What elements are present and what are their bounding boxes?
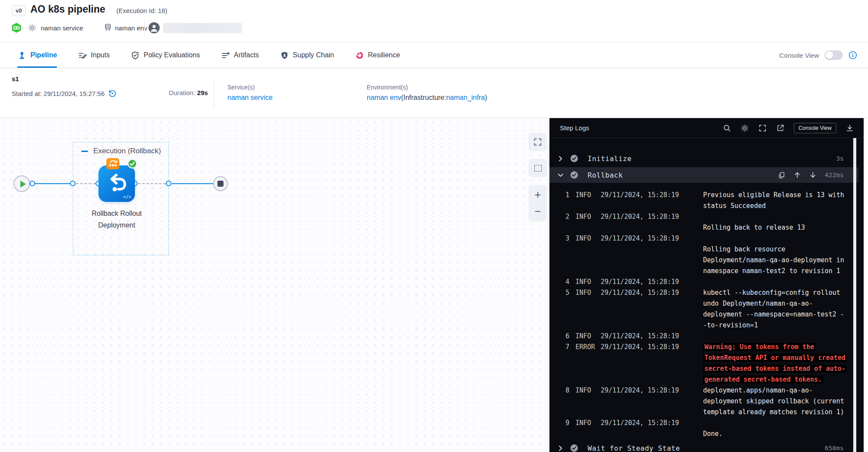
duration-value: 29s — [197, 89, 208, 96]
pipeline-execution-page: v0 AO k8s pipeline (Execution Id: 18) na… — [0, 0, 868, 452]
infrastructure-prefix: (Infrastructure: — [401, 94, 446, 101]
play-icon — [20, 181, 26, 188]
execution-subheader: naman service naman env — [0, 21, 868, 36]
section-duration: 658ms — [825, 445, 844, 452]
environment-icon — [103, 23, 112, 32]
edge-group-to-end — [172, 183, 213, 184]
zoom-in-button[interactable]: + — [529, 188, 547, 201]
open-in-new-icon[interactable] — [776, 124, 785, 132]
tab-supply-chain[interactable]: Supply Chain — [280, 43, 334, 68]
step-logs-panel: Step Logs Console View — [549, 118, 864, 452]
log-line: 9INFO29/11/2024, 15:28:19 Done. — [549, 418, 864, 439]
services-block: Service(s) naman service — [227, 84, 273, 102]
policy-icon — [131, 51, 140, 60]
service-link[interactable]: naman service — [227, 94, 273, 102]
step-logs-header: Step Logs Console View — [549, 118, 864, 138]
log-line: 6INFO29/11/2024, 15:28:19 — [549, 331, 864, 342]
tab-artifacts[interactable]: Artifacts — [221, 43, 259, 68]
execution-id: (Execution Id: 18) — [116, 7, 168, 14]
cd-module-icon — [11, 22, 22, 33]
stage-divider — [214, 79, 214, 108]
zoom-out-button[interactable]: − — [529, 205, 547, 218]
download-logs-icon[interactable] — [845, 124, 854, 132]
step-success-status-icon — [570, 444, 579, 452]
search-icon[interactable] — [723, 124, 731, 132]
header-divider — [145, 21, 145, 35]
code-glyph: </> — [123, 194, 132, 200]
chevron-down-icon[interactable] — [557, 172, 564, 179]
chevron-right-icon[interactable] — [557, 445, 564, 452]
rollback-undo-icon — [105, 172, 129, 196]
stage-summary-bar: s1 Started at: 29/11/2024, 15:27:56 Dura… — [0, 68, 868, 118]
tab-label: Pipeline — [30, 51, 57, 59]
tab-label: Inputs — [91, 51, 110, 59]
tab-label: Resilience — [368, 51, 400, 59]
info-icon[interactable] — [848, 51, 857, 59]
copy-logs-icon[interactable] — [778, 171, 786, 179]
pipeline-end-node[interactable] — [213, 176, 228, 191]
fullscreen-icon[interactable] — [758, 124, 767, 132]
log-section-wait-for-steady-state[interactable]: Wait for Steady State658ms — [549, 440, 858, 452]
log-settings-gear-icon[interactable] — [740, 124, 749, 132]
log-line: 7ERROR29/11/2024, 15:28:19Warning: Use t… — [549, 342, 864, 385]
tab-policy-evaluations[interactable]: Policy Evaluations — [131, 43, 200, 68]
step-logs-title: Step Logs — [560, 124, 589, 132]
tab-label: Supply Chain — [293, 51, 334, 59]
marquee-select-button[interactable] — [529, 159, 547, 177]
tab-resilience[interactable]: Resilience — [355, 43, 400, 68]
execution-header: v0 AO k8s pipeline (Execution Id: 18) na… — [0, 0, 868, 43]
log-section-title: Rollback — [588, 171, 623, 179]
console-view-button[interactable]: Console View — [794, 123, 836, 133]
scroll-down-icon[interactable] — [809, 171, 817, 179]
gear-icon — [28, 23, 36, 32]
environments-label: Environment(s) — [367, 84, 487, 91]
log-line: 1INFO29/11/2024, 15:28:19Previous eligib… — [549, 190, 864, 211]
connector-dot — [166, 181, 171, 186]
log-line: 2INFO29/11/2024, 15:28:19 Rolling back t… — [549, 211, 864, 233]
log-section-title: Wait for Steady State — [588, 444, 680, 452]
tab-pipeline[interactable]: Pipeline — [17, 43, 57, 68]
connector-dot — [30, 181, 35, 186]
fit-view-button[interactable] — [529, 133, 547, 151]
chevron-right-icon[interactable] — [557, 155, 564, 162]
edge-start-to-group — [30, 183, 70, 184]
zoom-controls: + − — [529, 185, 547, 221]
step-success-status-icon — [570, 171, 579, 179]
collapse-group-icon[interactable] — [81, 151, 88, 152]
step-logs-body: Initialize3sRollback422ms1INFO29/11/2024… — [549, 138, 864, 452]
stage-duration: Duration: 29s — [169, 89, 208, 96]
window-edge — [864, 118, 868, 452]
artifacts-icon — [221, 51, 230, 60]
duration-label: Duration: — [169, 89, 195, 96]
user-avatar-icon — [148, 22, 160, 33]
scroll-up-icon[interactable] — [793, 171, 801, 179]
pipeline-canvas[interactable]: Execution (Rollback) </> — [0, 118, 549, 452]
tab-label: Artifacts — [234, 51, 259, 59]
rollback-rollout-badge-icon — [106, 158, 119, 169]
infrastructure-suffix: ) — [485, 94, 487, 101]
log-section-title: Initialize — [588, 155, 631, 163]
console-view-label: Console View — [779, 52, 819, 59]
section-duration: 422ms — [825, 172, 844, 178]
header-service-name: naman service — [41, 24, 83, 32]
log-section-rollback[interactable]: Rollback422ms — [549, 167, 858, 183]
execution-history-icon[interactable] — [108, 89, 117, 98]
stage-name: s1 — [12, 75, 19, 82]
redacted-user-email — [163, 23, 242, 33]
environment-link[interactable]: naman env — [367, 94, 401, 102]
log-scrollbar[interactable] — [853, 138, 856, 452]
marquee-icon — [534, 165, 542, 172]
rollback-rollout-deployment-step[interactable]: </> — [99, 165, 135, 202]
log-line: 3INFO29/11/2024, 15:28:19 Rolling back r… — [549, 233, 864, 277]
tab-inputs[interactable]: Inputs — [78, 43, 110, 68]
environments-block: Environment(s) naman env(Infrastructure:… — [367, 84, 487, 102]
group-label: Execution (Rollback) — [93, 147, 161, 155]
step-node-label: Rollback Rollout Deployment — [78, 208, 156, 231]
tab-label: Policy Evaluations — [144, 51, 200, 59]
step-success-icon — [128, 159, 137, 168]
infrastructure-link[interactable]: naman_infra — [446, 94, 485, 102]
pipeline-start-node[interactable] — [13, 175, 30, 192]
console-view-toggle[interactable] — [825, 50, 843, 60]
log-section-initialize[interactable]: Initialize3s — [549, 151, 858, 166]
stop-icon — [217, 181, 224, 187]
